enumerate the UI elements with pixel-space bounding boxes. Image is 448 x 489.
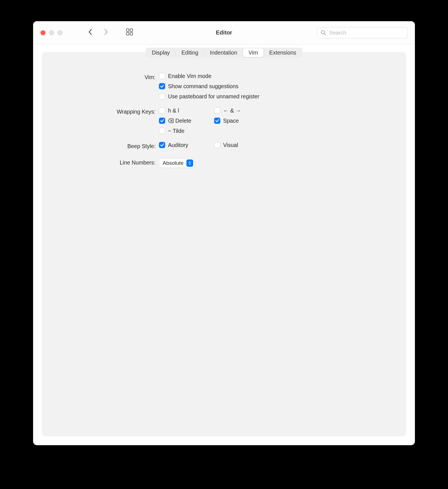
checkbox-enable-vim-mode[interactable]: Enable Vim mode (159, 73, 394, 79)
svg-point-4 (321, 31, 325, 34)
tab-label: Indentation (210, 49, 237, 56)
tab-label: Vim (249, 49, 258, 56)
minimize-window-button[interactable] (49, 30, 54, 35)
row-label-vim: Vim: (54, 73, 159, 81)
checkbox-label: ~ Tilde (168, 128, 184, 134)
svg-line-5 (324, 34, 326, 35)
titlebar: Editor (33, 21, 415, 44)
zoom-window-button[interactable] (57, 30, 63, 35)
checkbox-show-command-suggestions[interactable]: Show command suggestions (159, 83, 394, 89)
checkbox-beep-auditory[interactable]: Auditory (159, 142, 214, 148)
tab-editing[interactable]: Editing (176, 48, 204, 57)
checkbox-wrap-space[interactable]: Space (214, 118, 269, 124)
checkbox-box (159, 128, 165, 134)
row-vim: Vim: Enable Vim mode Show command sugges… (54, 73, 394, 99)
search-input[interactable] (329, 30, 404, 36)
row-label-beep: Beep Style: (54, 142, 159, 150)
checkbox-beep-visual[interactable]: Visual (214, 142, 269, 148)
row-beep-style: Beep Style: Auditory Visual (54, 142, 394, 150)
tab-indentation[interactable]: Indentation (204, 48, 243, 57)
chevron-down-icon (188, 163, 191, 165)
checkbox-box (159, 107, 165, 114)
checkbox-box (159, 83, 165, 89)
form: Vim: Enable Vim mode Show command sugges… (42, 53, 406, 168)
checkbox-box (159, 73, 165, 79)
row-line-numbers: Line Numbers: Absolute (54, 158, 394, 168)
show-all-button[interactable] (126, 28, 133, 37)
line-numbers-select[interactable]: Absolute (159, 158, 195, 168)
tab-extensions[interactable]: Extensions (264, 48, 302, 57)
checkbox-label: Delete (168, 118, 191, 124)
content-area: Display Editing Indentation Vim Extensio… (33, 44, 415, 445)
close-window-button[interactable] (40, 30, 46, 35)
checkbox-wrap-arrows[interactable]: ← & → (214, 107, 269, 114)
traffic-lights (40, 30, 63, 35)
settings-panel: Display Editing Indentation Vim Extensio… (42, 52, 406, 436)
svg-rect-1 (130, 29, 133, 31)
select-stepper (186, 159, 193, 167)
checkbox-wrap-h-l[interactable]: h & l (159, 107, 214, 114)
row-label-linenumbers: Line Numbers: (54, 158, 159, 167)
checkbox-label: ← & → (223, 107, 241, 114)
checkbox-label: Visual (223, 142, 238, 148)
search-icon (321, 30, 326, 36)
checkbox-wrap-delete[interactable]: Delete (159, 118, 214, 124)
nav-arrows (88, 29, 108, 37)
chevron-up-icon (188, 161, 191, 163)
tab-label: Display (152, 49, 170, 56)
search-field-container[interactable] (317, 27, 408, 38)
checkbox-box (159, 118, 165, 124)
chevron-right-icon (104, 29, 108, 35)
tab-bar: Display Editing Indentation Vim Extensio… (146, 48, 303, 58)
checkbox-label: Auditory (168, 142, 188, 148)
checkbox-box (214, 107, 220, 114)
backspace-icon (168, 118, 174, 123)
checkbox-box (214, 142, 220, 148)
back-button[interactable] (88, 29, 92, 37)
svg-rect-0 (126, 29, 129, 31)
checkbox-wrap-tilde[interactable]: ~ Tilde (159, 128, 214, 134)
checkbox-label: Space (223, 118, 239, 124)
window-title: Editor (216, 29, 232, 36)
checkbox-text: Delete (175, 118, 191, 124)
checkbox-label: Show command suggestions (168, 83, 238, 89)
checkbox-label: h & l (168, 107, 179, 114)
svg-rect-2 (126, 33, 129, 35)
svg-rect-3 (130, 33, 133, 35)
tab-display[interactable]: Display (146, 48, 176, 57)
forward-button[interactable] (104, 29, 108, 37)
checkbox-label: Use pasteboard for unnamed register (168, 93, 259, 99)
tab-label: Extensions (269, 49, 296, 56)
tab-vim[interactable]: Vim (243, 48, 264, 57)
checkbox-use-pasteboard[interactable]: Use pasteboard for unnamed register (159, 93, 394, 99)
checkbox-box (159, 142, 165, 148)
select-value: Absolute (163, 160, 186, 166)
tab-label: Editing (182, 49, 199, 56)
row-label-wrapping: Wrapping Keys: (54, 107, 159, 116)
checkbox-label: Enable Vim mode (168, 73, 212, 79)
checkbox-box (159, 93, 165, 99)
chevron-left-icon (88, 29, 92, 35)
grid-icon (126, 28, 133, 36)
checkbox-box (214, 118, 220, 124)
row-wrapping-keys: Wrapping Keys: h & l Delete (54, 107, 394, 134)
preferences-window: Editor Display Editing Indentation Vim E… (33, 21, 415, 445)
